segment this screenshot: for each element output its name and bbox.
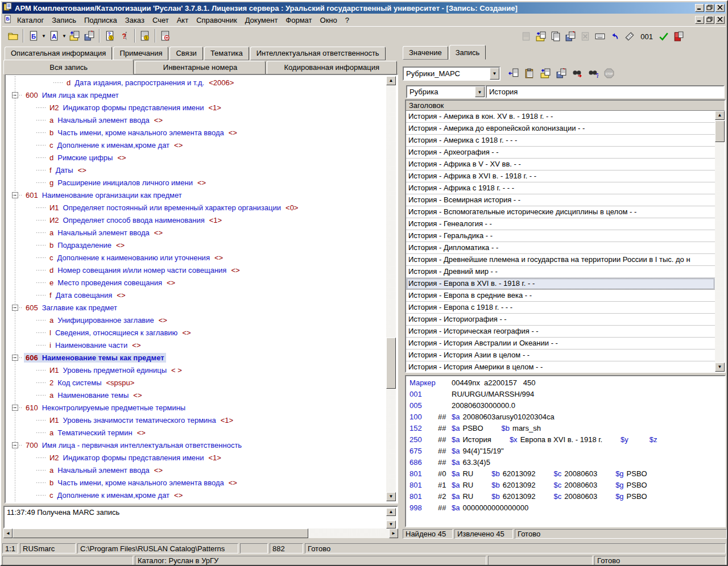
list-item[interactable]: История - Европа в средние века - - (406, 290, 715, 302)
list-scroll-thumb[interactable] (715, 120, 725, 142)
tree-row[interactable]: 2Код системы<spspu> (7, 376, 386, 389)
search-field-combobox[interactable]: Рубрика ▼ (406, 85, 486, 98)
delete-record-button[interactable] (671, 29, 686, 44)
tree-row[interactable]: gРасширение инициалов личного имени<> (7, 176, 386, 189)
minimize-button[interactable] (695, 4, 704, 12)
tree-row[interactable]: bЧасть имени, кроме начального элемента … (7, 126, 386, 139)
tree-node[interactable]: fДаты<> (48, 165, 88, 175)
mdi-minimize-button[interactable] (695, 16, 704, 24)
tree-row[interactable]: cДополнение к именам,кроме дат<> (7, 139, 386, 151)
tree-row[interactable]: aУнифицированное заглавие<> (7, 314, 386, 326)
tree-node[interactable]: 610Неконтролируемые предметные термины (24, 403, 187, 413)
log-scrollbar[interactable]: ▲ ▼ (386, 508, 396, 528)
dropdown-caret-icon[interactable]: ▼ (61, 28, 67, 43)
tree-node[interactable]: И2Определяет способ ввода наименования<1… (48, 215, 224, 225)
tree-row[interactable]: aНачальный элемент ввода<> (7, 464, 386, 476)
tree-node[interactable]: bЧасть имени, кроме начального элемента … (48, 128, 239, 138)
menu-item-Подписка[interactable]: Подписка (80, 15, 121, 26)
dropdown-caret-icon[interactable]: ▼ (41, 28, 47, 43)
tree-scrollbar[interactable]: ▲ ▼ (386, 76, 396, 501)
log-scroll-up[interactable]: ▲ (386, 508, 396, 516)
menu-item-Акт[interactable]: Акт (173, 15, 192, 26)
tree-row[interactable]: dДата издания, распространения и т.д.<20… (7, 76, 386, 89)
list-item[interactable]: История - Геральдика - - (406, 230, 715, 242)
list-item[interactable]: История - Всемирная история - - (406, 194, 715, 206)
tree-node[interactable]: dРимские цифры<> (48, 153, 128, 163)
tree-node[interactable]: 601Наименование организации как предмет (24, 190, 184, 200)
tab-Тематика[interactable]: Тематика (204, 47, 249, 60)
tree-node[interactable]: И1Уровень предметной единицы< > (48, 365, 184, 375)
find-next-button[interactable] (570, 66, 585, 81)
tab-Примечания[interactable]: Примечания (113, 47, 168, 60)
tree-row[interactable]: bПодразделение<> (7, 239, 386, 251)
tree-node[interactable]: aТематический термин<> (48, 428, 147, 438)
tree-node[interactable]: aНачальный элемент ввода<> (48, 465, 164, 475)
tree-row[interactable]: 605Заглавие как предмет (7, 301, 386, 314)
tab-Интеллектуальная ответственность[interactable]: Интеллектуальная ответственность (250, 47, 386, 60)
tree-node[interactable]: 2Код системы<spspu> (48, 378, 136, 388)
tab-Инвентарные номера[interactable]: Инвентарные номера (135, 61, 265, 74)
log-scroll-left[interactable]: ◄ (3, 528, 13, 538)
menu-item-?[interactable]: ? (341, 15, 353, 26)
tree-row[interactable]: aНаименование темы<> (7, 389, 386, 401)
close-button[interactable] (715, 4, 725, 12)
menu-item-Запись[interactable]: Запись (48, 15, 80, 26)
list-item[interactable]: История - Америка с 1918 г. - - - (406, 135, 715, 147)
tree-node[interactable]: iНаименование части<> (48, 340, 143, 350)
tree-node[interactable]: aУнифицированное заглавие<> (48, 315, 169, 325)
list-item[interactable]: История - Европа в XVI в. - 1918 г. - - (406, 278, 715, 290)
list-item[interactable]: История - Историография - - (406, 314, 715, 326)
record-doc-icon[interactable]: Б (3, 15, 12, 25)
marc-record-view[interactable]: Маркер00449nx a2200157 450001RU/URGU/MAR… (405, 375, 726, 527)
query-syntax-button[interactable]: ? (117, 28, 132, 43)
validate-record-button[interactable] (656, 29, 671, 44)
list-item[interactable]: История - Африка с 1918 г. - - - (406, 182, 715, 194)
panel-divider[interactable] (399, 46, 400, 540)
menu-item-Справочник[interactable]: Справочник (192, 15, 241, 26)
mdi-close-button[interactable] (715, 16, 725, 24)
tab-Запись[interactable]: Запись (449, 45, 486, 60)
tree-row[interactable]: eМесто проведения совещания<> (7, 276, 386, 289)
record-remove-button[interactable] (158, 28, 173, 43)
list-item[interactable]: История - Древнейшие племена и государст… (406, 254, 715, 266)
tree-scroll-thumb[interactable] (386, 338, 396, 389)
mdi-restore-button[interactable] (705, 16, 714, 24)
tab-Описательная информация[interactable]: Описательная информация (5, 47, 112, 60)
tree-row[interactable]: И2Индикатор формы представления имени<1> (7, 101, 386, 114)
tree-node[interactable]: dДата издания, распространения и т.д.<20… (65, 78, 235, 88)
tree-row[interactable]: И1Уровень предметной единицы< > (7, 364, 386, 376)
tree-scroll-up[interactable]: ▲ (386, 76, 396, 85)
tree-node[interactable]: aНачальный элемент ввода<> (48, 228, 164, 238)
tree-node[interactable]: 600Имя лица как предмет (24, 90, 121, 100)
save-record-button[interactable] (82, 28, 97, 43)
tree-node[interactable]: И1Определяет постоянный или временный ха… (48, 203, 300, 213)
log-scroll-right[interactable]: ► (389, 528, 398, 538)
tree-row[interactable]: dНомер совещания и/или номер части совещ… (7, 264, 386, 276)
paste-heading-button[interactable] (506, 66, 521, 81)
list-item[interactable]: История - История Австралии и Океании - … (406, 338, 715, 349)
menu-item-Каталог[interactable]: Каталог (13, 15, 48, 26)
log-scroll-down[interactable]: ▼ (386, 521, 396, 528)
menu-item-Документ[interactable]: Документ (241, 15, 282, 26)
save-heading-button[interactable] (554, 66, 569, 81)
tree-row[interactable]: 610Неконтролируемые предметные термины (7, 401, 386, 414)
query-builder-button[interactable]: ?5 (102, 28, 117, 43)
tree-node[interactable]: bПодразделение<> (48, 240, 126, 250)
list-item[interactable]: История - Генеалогия - - (406, 218, 715, 230)
tab-Значение[interactable]: Значение (403, 46, 448, 60)
tree-row[interactable]: cДополнение к наименованию или уточнения… (7, 251, 386, 264)
tree-node[interactable]: dНомер совещания и/или номер части совещ… (48, 265, 242, 275)
stop-search-button[interactable]: STOP (602, 66, 617, 81)
tree-row[interactable]: lСведения, относящиеся к заглавию<> (7, 326, 386, 339)
tree-row[interactable]: fДаты<> (7, 164, 386, 176)
keyboard-input-button[interactable] (593, 29, 607, 44)
tree-node[interactable]: cДополнение к именам,кроме дат<> (48, 140, 184, 150)
open-catalog-button[interactable] (6, 28, 20, 43)
tree-row[interactable]: cДополнение к именам,кроме дат<> (7, 489, 386, 501)
tree-row[interactable]: aТематический термин<> (7, 426, 386, 439)
load-headings-button[interactable] (538, 66, 553, 81)
tree-row[interactable]: iНаименование части<> (7, 339, 386, 351)
tree-node[interactable]: 605Заглавие как предмет (24, 303, 119, 313)
menu-item-Формат[interactable]: Формат (282, 15, 316, 26)
tree-node[interactable]: eМесто проведения совещания<> (48, 278, 177, 288)
